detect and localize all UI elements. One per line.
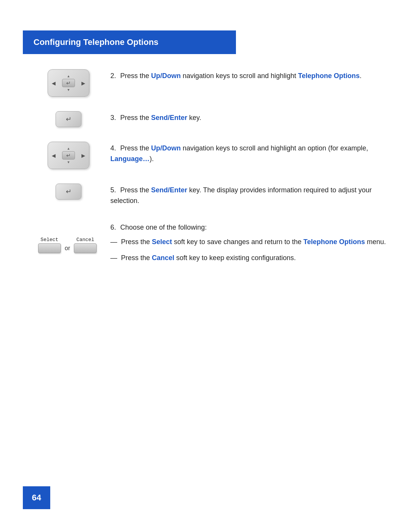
step-5-highlight-1: Send/Enter: [151, 186, 187, 194]
step-3-highlight-1: Send/Enter: [151, 114, 187, 121]
telephone-options-highlight: Telephone Options: [303, 238, 365, 246]
enter-symbol-1: ↵: [66, 115, 72, 123]
nav-key-device-1: ◀ ▲ ↵ ▼ ▶: [48, 69, 89, 97]
cancel-softkey-btn: Cancel: [74, 237, 97, 253]
page-title: Configuring Telephone Options: [33, 37, 158, 47]
softkeys-image-area: Select or Cancel: [38, 237, 99, 253]
nav-enter-btn-1: ↵: [62, 79, 75, 87]
enter-key-device-1: ↵: [56, 111, 81, 127]
arrow-right-icon-2: ▶: [81, 153, 85, 158]
step-4-highlight-2: Language…: [110, 155, 150, 163]
softkeys-bullets: — Press the Select soft key to save chan…: [110, 237, 388, 269]
arrow-left-icon-2: ◀: [52, 153, 56, 158]
step-5-row: ↵ 5. Press the Send/Enter key. The displ…: [38, 184, 388, 206]
arrow-right-icon: ▶: [81, 80, 85, 86]
step-5-number: 5.: [110, 186, 116, 194]
step-5-text: 5. Press the Send/Enter key. The display…: [110, 184, 388, 206]
bullet-dash-2: —: [110, 253, 117, 264]
step-2-image: ◀ ▲ ↵ ▼ ▶: [38, 69, 99, 97]
step-6-number: 6.: [110, 224, 116, 231]
step-4-highlight-1: Up/Down: [151, 144, 181, 152]
step-2-highlight-1: Up/Down: [151, 72, 181, 80]
softkey-or-text: or: [65, 245, 70, 253]
step-3-image: ↵: [38, 111, 99, 127]
cancel-softkey-label: Cancel: [76, 237, 94, 243]
nav-enter-btn-2: ↵: [62, 151, 75, 160]
nav-down-label: ▼: [67, 88, 70, 92]
arrow-left-icon: ◀: [52, 80, 56, 86]
nav-key-device-2: ◀ ▲ ↵ ▼ ▶: [48, 142, 89, 169]
step-4-image: ◀ ▲ ↵ ▼ ▶: [38, 142, 99, 169]
nav-up-label-2: ▲: [67, 147, 70, 150]
step-3-row: ↵ 3. Press the Send/Enter key.: [38, 111, 388, 127]
step-6-intro-text: 6. Choose one of the following:: [110, 221, 388, 233]
select-softkey-btn: Select: [38, 237, 61, 253]
bullet-content-select: Press the Select soft key to save change…: [121, 237, 388, 248]
step-2-text: 2. Press the Up/Down navigation keys to …: [110, 69, 388, 81]
header-banner: Configuring Telephone Options: [23, 30, 236, 54]
content-area: ◀ ▲ ↵ ▼ ▶ 2. Press the Up/Down navigatio…: [23, 69, 388, 268]
step-4-number: 4.: [110, 144, 116, 152]
cancel-highlight: Cancel: [152, 254, 174, 262]
page-container: Configuring Telephone Options ◀ ▲ ↵ ▼ ▶: [0, 0, 411, 532]
step-3-text: 3. Press the Send/Enter key.: [110, 111, 388, 123]
step-6-intro-row: 6. Choose one of the following:: [38, 221, 388, 233]
select-softkey-label: Select: [41, 237, 59, 243]
nav-center-2: ▲ ↵ ▼: [62, 147, 75, 164]
enter-key-device-2: ↵: [56, 184, 81, 200]
step-3-number: 3.: [110, 114, 116, 121]
select-softkey-rect[interactable]: [38, 243, 61, 253]
enter-symbol-2: ↵: [66, 187, 72, 196]
select-highlight: Select: [152, 238, 172, 246]
bullet-dash-1: —: [110, 237, 117, 248]
page-number: 64: [32, 493, 41, 503]
cancel-softkey-rect[interactable]: [74, 243, 97, 253]
bullet-item-cancel: — Press the Cancel soft key to keep exis…: [110, 253, 388, 264]
nav-center-1: ▲ ↵ ▼: [62, 74, 75, 92]
step-2-row: ◀ ▲ ↵ ▼ ▶ 2. Press the Up/Down navigatio…: [38, 69, 388, 97]
step-4-row: ◀ ▲ ↵ ▼ ▶ 4. Press the Up/Down navigatio…: [38, 142, 388, 169]
step-2-highlight-2: Telephone Options: [298, 72, 360, 80]
step-5-image: ↵: [38, 184, 99, 200]
step-4-text: 4. Press the Up/Down navigation keys to …: [110, 142, 388, 165]
nav-up-label: ▲: [67, 74, 70, 78]
bullet-content-cancel: Press the Cancel soft key to keep existi…: [121, 253, 388, 264]
softkeys-row: Select or Cancel — Press the Select soft…: [38, 237, 388, 269]
bullet-item-select: — Press the Select soft key to save chan…: [110, 237, 388, 248]
step-2-number: 2.: [110, 72, 116, 80]
nav-down-label-2: ▼: [67, 160, 70, 164]
page-number-box: 64: [23, 486, 50, 509]
